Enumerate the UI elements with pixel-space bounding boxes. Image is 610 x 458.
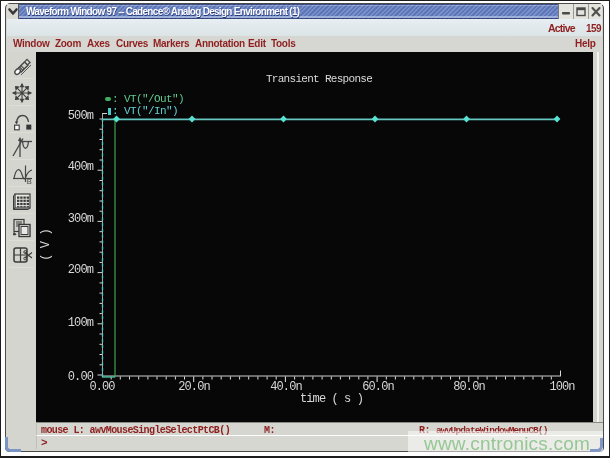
svg-text:B: B [26,177,31,185]
